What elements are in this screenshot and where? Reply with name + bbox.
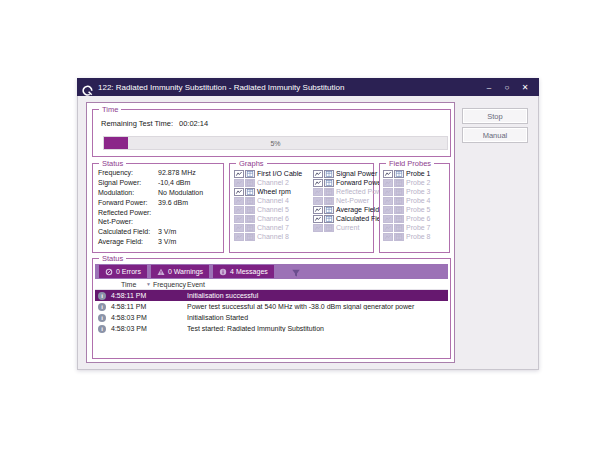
- log-header-frequency[interactable]: Frequency: [153, 281, 187, 288]
- table-icon[interactable]: [394, 224, 404, 232]
- field-probes-group-label: Field Probes: [386, 159, 434, 168]
- line-chart-icon[interactable]: [313, 215, 323, 223]
- graph-item[interactable]: Probe 8: [383, 232, 431, 241]
- graph-item[interactable]: Average Field: [313, 205, 387, 214]
- minimize-button[interactable]: –: [480, 80, 498, 94]
- errors-tab[interactable]: 0 Errors: [99, 265, 147, 278]
- table-icon[interactable]: [245, 170, 255, 178]
- graph-item[interactable]: Wheel rpm: [234, 187, 302, 196]
- filter-button[interactable]: [290, 266, 302, 278]
- log-row[interactable]: i4:58:03 PMTest started: Radiated Immuni…: [95, 323, 448, 334]
- log-header-time[interactable]: Time ▼: [109, 281, 153, 288]
- table-icon[interactable]: [324, 179, 334, 187]
- graph-item[interactable]: Current: [313, 223, 387, 232]
- graph-item[interactable]: Calculated Field: [313, 214, 387, 223]
- line-chart-icon[interactable]: [313, 170, 323, 178]
- line-chart-icon[interactable]: [313, 188, 323, 196]
- line-chart-icon[interactable]: [383, 233, 393, 241]
- graph-item-label: Probe 2: [405, 179, 431, 186]
- line-chart-icon[interactable]: [383, 224, 393, 232]
- line-chart-icon[interactable]: [313, 179, 323, 187]
- graph-item[interactable]: Probe 2: [383, 178, 431, 187]
- graph-item[interactable]: Signal Power: [313, 169, 387, 178]
- graph-item[interactable]: First I/O Cable: [234, 169, 302, 178]
- table-icon[interactable]: [324, 197, 334, 205]
- maximize-button[interactable]: ○: [498, 80, 516, 94]
- table-icon[interactable]: [324, 188, 334, 196]
- graph-item[interactable]: Probe 3: [383, 187, 431, 196]
- graph-item[interactable]: Probe 6: [383, 214, 431, 223]
- graph-item[interactable]: Probe 5: [383, 205, 431, 214]
- graph-item[interactable]: Channel 7: [234, 223, 302, 232]
- status-field-row: Modulation:No Modulation: [98, 188, 221, 198]
- line-chart-icon[interactable]: [234, 188, 244, 196]
- table-icon[interactable]: [245, 197, 255, 205]
- line-chart-icon[interactable]: [383, 206, 393, 214]
- table-icon[interactable]: [394, 215, 404, 223]
- status-field-row: Calculated Field:3 V/m: [98, 227, 221, 237]
- graph-item-label: Probe 7: [405, 224, 431, 231]
- graph-item[interactable]: Channel 6: [234, 214, 302, 223]
- table-icon[interactable]: [245, 179, 255, 187]
- line-chart-icon[interactable]: [313, 224, 323, 232]
- table-icon[interactable]: [324, 215, 334, 223]
- log-row[interactable]: i4:58:03 PMInitialisation Started: [95, 312, 448, 323]
- table-icon[interactable]: [245, 206, 255, 214]
- graph-item[interactable]: Channel 4: [234, 196, 302, 205]
- line-chart-icon[interactable]: [234, 233, 244, 241]
- graph-item-label: Channel 8: [256, 233, 289, 240]
- log-row[interactable]: i4:58:11 PMInitialisation successful: [95, 290, 448, 301]
- line-chart-icon[interactable]: [383, 170, 393, 178]
- warnings-tab[interactable]: 0 Warnings: [151, 265, 209, 278]
- status-field-row: Forward Power:39.6 dBm: [98, 197, 221, 207]
- graph-item[interactable]: Net-Power: [313, 196, 387, 205]
- graph-item[interactable]: Probe 1: [383, 169, 431, 178]
- line-chart-icon[interactable]: [383, 188, 393, 196]
- graph-item[interactable]: Probe 7: [383, 223, 431, 232]
- line-chart-icon[interactable]: [234, 170, 244, 178]
- table-icon[interactable]: [394, 170, 404, 178]
- line-chart-icon[interactable]: [234, 206, 244, 214]
- line-chart-icon[interactable]: [234, 179, 244, 187]
- table-icon[interactable]: [324, 206, 334, 214]
- status-field-row: Frequency:92.878 MHz: [98, 168, 221, 178]
- graph-item[interactable]: Channel 5: [234, 205, 302, 214]
- table-icon[interactable]: [324, 224, 334, 232]
- graph-item[interactable]: Channel 8: [234, 232, 302, 241]
- table-icon[interactable]: [245, 215, 255, 223]
- close-button[interactable]: ✕: [516, 80, 534, 94]
- log-row[interactable]: i4:58:11 PMPower test successful at 540 …: [95, 301, 448, 312]
- table-icon[interactable]: [394, 197, 404, 205]
- log-header-event[interactable]: Event: [187, 281, 448, 288]
- log-row-event: Power test successful at 540 MHz with -3…: [187, 303, 448, 310]
- warning-icon: [157, 268, 165, 276]
- graph-item-label: Probe 4: [405, 197, 431, 204]
- graph-item[interactable]: Forward Power: [313, 178, 387, 187]
- table-icon[interactable]: [394, 188, 404, 196]
- graph-item[interactable]: Probe 4: [383, 196, 431, 205]
- line-chart-icon[interactable]: [383, 179, 393, 187]
- line-chart-icon[interactable]: [234, 197, 244, 205]
- line-chart-icon[interactable]: [383, 215, 393, 223]
- table-icon[interactable]: [324, 170, 334, 178]
- graph-item[interactable]: Channel 2: [234, 178, 302, 187]
- line-chart-icon[interactable]: [313, 197, 323, 205]
- line-chart-icon[interactable]: [234, 215, 244, 223]
- graph-item[interactable]: Reflected Power: [313, 187, 387, 196]
- table-icon[interactable]: [394, 233, 404, 241]
- table-icon[interactable]: [245, 188, 255, 196]
- status-fields: Frequency:92.878 MHzSignal Power:-10,4 d…: [98, 168, 221, 246]
- log-rows: i4:58:11 PMInitialisation successfuli4:5…: [95, 290, 448, 356]
- stop-button[interactable]: Stop: [462, 108, 528, 124]
- manual-button[interactable]: Manual: [462, 127, 528, 143]
- line-chart-icon[interactable]: [234, 224, 244, 232]
- app-logo-icon: [82, 82, 93, 93]
- log-row-time: 4:58:11 PM: [109, 303, 153, 310]
- line-chart-icon[interactable]: [383, 197, 393, 205]
- messages-tab[interactable]: 4 Messages: [213, 265, 274, 278]
- table-icon[interactable]: [245, 233, 255, 241]
- table-icon[interactable]: [245, 224, 255, 232]
- table-icon[interactable]: [394, 179, 404, 187]
- table-icon[interactable]: [394, 206, 404, 214]
- line-chart-icon[interactable]: [313, 206, 323, 214]
